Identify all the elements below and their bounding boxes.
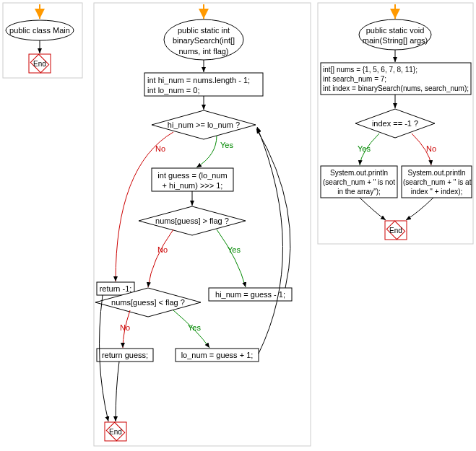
label-bs-hi: hi_num = guess - 1;	[210, 289, 290, 299]
edge-bs-cond3-yes: Yes	[188, 323, 201, 332]
edge-bs-cond1-no: No	[155, 144, 165, 153]
edge-bs-cond2-no: No	[157, 245, 168, 254]
edge-bs-cond1-yes: Yes	[220, 141, 233, 149]
edge-bs-cond2-yes: Yes	[228, 245, 241, 254]
label-bs-end: End	[108, 427, 124, 437]
label-bs-ret-m1: return -1;	[98, 284, 133, 294]
label-bs-start: public static int binarySearch(int[] num…	[168, 25, 240, 56]
label-m-start: public static void main(String[] args)	[361, 25, 429, 46]
label-bs-cond3: nums[guess] < flag ?	[105, 297, 191, 307]
label-bs-lo: lo_num = guess + 1;	[177, 350, 257, 360]
label-bs-ret-guess: return guess;	[98, 350, 152, 360]
edge-m-cond-yes: Yes	[358, 144, 371, 153]
label-m-init: int[] nums = {1, 5, 6, 7, 8, 11}; int se…	[323, 65, 469, 93]
label-class-start: public class Main	[7, 25, 72, 35]
label-m-end: End	[388, 226, 404, 235]
label-bs-guess: int guess = (lo_num + hi_num) >>> 1;	[155, 170, 230, 191]
label-bs-cond2: nums[guess] > flag ?	[149, 216, 235, 226]
label-class-end: End	[32, 59, 48, 69]
edge-m-cond-no: No	[426, 144, 436, 153]
label-bs-cond1: hi_num >= lo_num ?	[162, 120, 246, 130]
edge-bs-cond3-no: No	[120, 323, 130, 332]
label-m-print-not: System.out.println (search_num + " is no…	[322, 168, 396, 196]
label-bs-init: int hi_num = nums.length - 1; int lo_num…	[147, 75, 260, 96]
label-m-cond: index == -1 ?	[368, 118, 422, 128]
label-m-print-at: System.out.println (search_num + " is at…	[403, 168, 470, 196]
